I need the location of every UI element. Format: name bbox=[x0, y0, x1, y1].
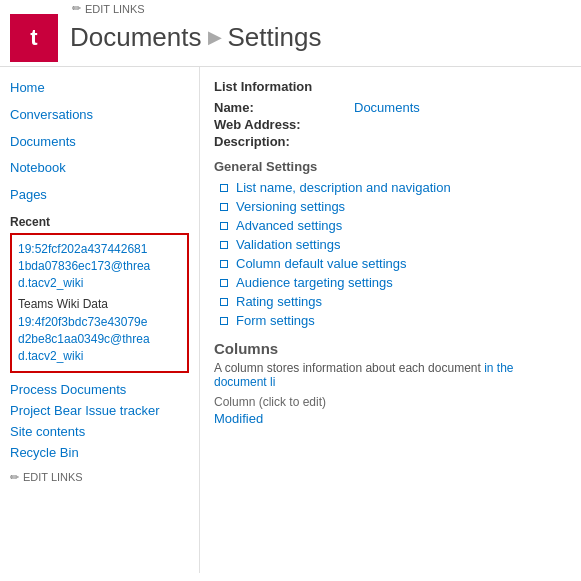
sidebar-item-home[interactable]: Home bbox=[10, 75, 199, 102]
description-label: Description: bbox=[214, 134, 324, 149]
settings-list-item-1: Versioning settings bbox=[220, 199, 567, 214]
settings-link-1[interactable]: Versioning settings bbox=[236, 199, 345, 214]
settings-link-7[interactable]: Form settings bbox=[236, 313, 315, 328]
settings-link-4[interactable]: Column default value settings bbox=[236, 256, 407, 271]
info-table: Name: Documents Web Address: Description… bbox=[214, 100, 567, 149]
column-click-label: Column (click to edit) bbox=[214, 395, 567, 409]
logo-letter: t bbox=[30, 25, 37, 51]
bullet-icon-4 bbox=[220, 260, 228, 268]
pencil-icon: ✏ bbox=[72, 2, 81, 15]
settings-list: List name, description and navigation Ve… bbox=[220, 180, 567, 328]
settings-link-2[interactable]: Advanced settings bbox=[236, 218, 342, 233]
page-title: Documents ▶ Settings bbox=[70, 22, 321, 53]
sidebar-item-conversations[interactable]: Conversations bbox=[10, 102, 199, 129]
settings-link-5[interactable]: Audience targeting settings bbox=[236, 275, 393, 290]
sidebar-item-project-bear[interactable]: Project Bear Issue tracker bbox=[10, 400, 199, 421]
title-part1: Documents bbox=[70, 22, 202, 53]
recent-box: 19:52fcf202a4374426811bda07836ec173@thre… bbox=[10, 233, 189, 373]
settings-link-0[interactable]: List name, description and navigation bbox=[236, 180, 451, 195]
sidebar-item-process-docs[interactable]: Process Documents bbox=[10, 379, 199, 400]
settings-list-item-6: Rating settings bbox=[220, 294, 567, 309]
settings-link-3[interactable]: Validation settings bbox=[236, 237, 341, 252]
bullet-icon-7 bbox=[220, 317, 228, 325]
sidebar-item-recycle-bin[interactable]: Recycle Bin bbox=[10, 442, 199, 463]
title-part2: Settings bbox=[228, 22, 322, 53]
settings-list-item-0: List name, description and navigation bbox=[220, 180, 567, 195]
recent-item-3[interactable]: 19:4f20f3bdc73e43079ed2be8c1aa0349c@thre… bbox=[18, 314, 181, 364]
settings-list-item-3: Validation settings bbox=[220, 237, 567, 252]
recent-section-label: Recent bbox=[10, 215, 199, 229]
columns-heading: Columns bbox=[214, 340, 567, 357]
sidebar-item-documents[interactable]: Documents bbox=[10, 129, 199, 156]
bullet-icon-0 bbox=[220, 184, 228, 192]
web-address-label: Web Address: bbox=[214, 117, 324, 132]
columns-desc-link: in the document li bbox=[214, 361, 514, 389]
sidebar: Home Conversations Documents Notebook Pa… bbox=[0, 67, 200, 573]
pencil-icon-bottom: ✏ bbox=[10, 471, 19, 484]
settings-list-item-7: Form settings bbox=[220, 313, 567, 328]
column-modified[interactable]: Modified bbox=[214, 411, 567, 426]
name-value: Documents bbox=[354, 100, 420, 115]
list-info-heading: List Information bbox=[214, 79, 567, 94]
bullet-icon-2 bbox=[220, 222, 228, 230]
bullet-icon-5 bbox=[220, 279, 228, 287]
settings-link-6[interactable]: Rating settings bbox=[236, 294, 322, 309]
edit-links-top[interactable]: ✏ EDIT LINKS bbox=[72, 2, 145, 15]
breadcrumb-arrow: ▶ bbox=[208, 27, 222, 49]
bullet-icon-3 bbox=[220, 241, 228, 249]
sidebar-item-pages[interactable]: Pages bbox=[10, 182, 199, 209]
general-settings-heading: General Settings bbox=[214, 159, 567, 174]
bullet-icon-1 bbox=[220, 203, 228, 211]
recent-item-1[interactable]: 19:52fcf202a4374426811bda07836ec173@thre… bbox=[18, 241, 181, 291]
edit-links-top-label: EDIT LINKS bbox=[85, 3, 145, 15]
columns-desc: A column stores information about each d… bbox=[214, 361, 567, 389]
logo-box: t bbox=[10, 14, 58, 62]
edit-links-bottom-label: EDIT LINKS bbox=[23, 471, 83, 483]
main-content: List Information Name: Documents Web Add… bbox=[200, 67, 581, 573]
edit-links-bottom[interactable]: ✏ EDIT LINKS bbox=[10, 471, 199, 484]
sidebar-item-notebook[interactable]: Notebook bbox=[10, 155, 199, 182]
name-label: Name: bbox=[214, 100, 324, 115]
settings-list-item-5: Audience targeting settings bbox=[220, 275, 567, 290]
sidebar-item-site-contents[interactable]: Site contents bbox=[10, 421, 199, 442]
teams-wiki-data-label[interactable]: Teams Wiki Data bbox=[18, 297, 181, 311]
settings-list-item-2: Advanced settings bbox=[220, 218, 567, 233]
settings-list-item-4: Column default value settings bbox=[220, 256, 567, 271]
bullet-icon-6 bbox=[220, 298, 228, 306]
columns-section: Columns A column stores information abou… bbox=[214, 340, 567, 426]
